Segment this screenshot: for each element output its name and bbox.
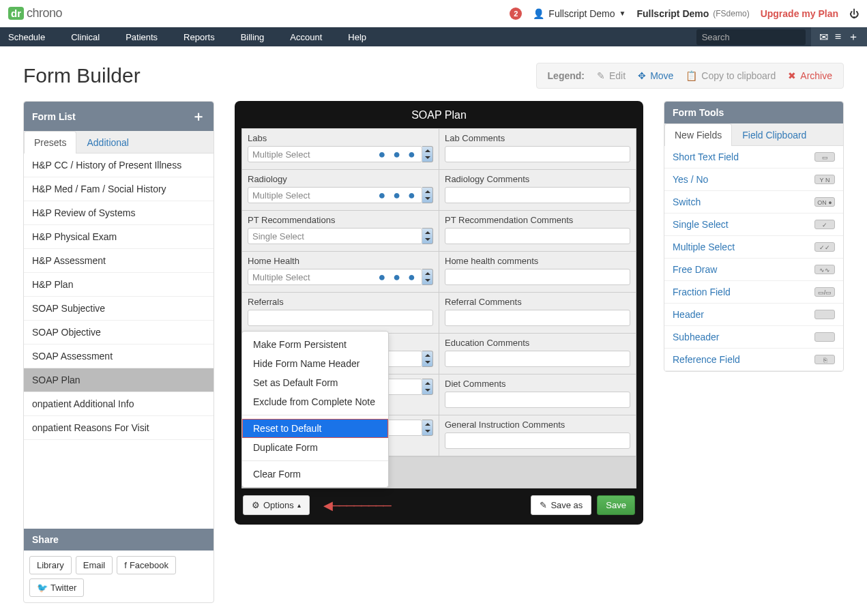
power-icon[interactable]: ⏻ (849, 8, 859, 19)
nav-clinical[interactable]: Clinical (71, 32, 113, 42)
tool-item[interactable]: Subheader (664, 326, 843, 349)
text-input[interactable] (445, 310, 630, 326)
select-input[interactable]: Single Select (248, 228, 422, 244)
add-form-button[interactable]: ＋ (192, 107, 205, 126)
nav-billing[interactable]: Billing (241, 32, 278, 42)
form-list-item[interactable]: onpatient Additional Info (24, 392, 214, 416)
stepper-control[interactable] (422, 351, 433, 367)
stepper-control[interactable] (422, 269, 433, 285)
nav-help[interactable]: Help (348, 32, 380, 42)
save-button[interactable]: Save (597, 495, 635, 515)
form-list-item[interactable]: SOAP Assessment (24, 344, 214, 368)
field-cell[interactable]: PT RecommendationsSingle Select (242, 211, 439, 251)
tab-new-fields[interactable]: New Fields (664, 123, 732, 146)
field-cell[interactable]: Diet Comments (439, 375, 636, 415)
stepper-control[interactable] (422, 228, 433, 244)
stepper-control[interactable] (422, 146, 433, 162)
options-dropdown: Make Form PersistentHide Form Name Heade… (241, 331, 389, 488)
nav-reports[interactable]: Reports (183, 32, 229, 42)
upgrade-link[interactable]: Upgrade my Plan (761, 8, 838, 19)
save-as-button[interactable]: ✎ Save as (531, 495, 591, 515)
plus-icon[interactable]: ＋ (848, 30, 859, 44)
text-input[interactable] (445, 432, 630, 449)
field-label: Home Health (248, 256, 433, 266)
tool-glyph-icon: Y N (814, 175, 835, 184)
field-cell[interactable]: Radiology Comments (439, 170, 636, 210)
brand-logo[interactable]: dr chrono (8, 6, 62, 20)
notification-badge[interactable]: 2 (510, 8, 522, 20)
tab-field-clipboard[interactable]: Field Clipboard (732, 123, 817, 146)
tool-item[interactable]: Multiple Select✓✓ (664, 236, 843, 259)
field-cell[interactable]: Referrals (242, 293, 439, 333)
form-list-item[interactable]: SOAP Objective (24, 321, 214, 344)
text-input[interactable] (445, 146, 630, 162)
tool-label: Free Draw (673, 264, 717, 275)
text-input[interactable] (445, 187, 630, 203)
field-cell[interactable]: PT Recommendation Comments (439, 211, 636, 251)
tool-item[interactable]: Header (664, 304, 843, 326)
form-list-item[interactable]: H&P CC / History of Present Illness (24, 153, 214, 177)
share-email-button[interactable]: Email (76, 556, 113, 574)
text-input[interactable] (445, 228, 630, 244)
field-cell[interactable]: Home HealthMultiple Select● ● ● (242, 252, 439, 292)
options-menu-item[interactable]: Set as Default Form (242, 373, 388, 392)
tool-item[interactable]: Free Draw∿∿ (664, 259, 843, 281)
form-list-item[interactable]: H&P Med / Fam / Social History (24, 177, 214, 201)
nav-schedule[interactable]: Schedule (8, 32, 59, 42)
options-menu-item[interactable]: Hide Form Name Header (242, 354, 388, 373)
share-facebook-button[interactable]: fFacebook (117, 556, 176, 574)
tool-item[interactable]: Short Text Field▭ (664, 146, 843, 168)
options-menu-item[interactable]: Clear Form (242, 465, 388, 484)
tool-item[interactable]: Fraction Field▭/▭ (664, 281, 843, 304)
form-list-item[interactable]: SOAP Subjective (24, 297, 214, 321)
options-menu-item[interactable]: Exclude from Complete Note (242, 392, 388, 411)
field-cell[interactable]: General Instruction Comments (439, 415, 636, 456)
field-cell[interactable]: Home health comments (439, 252, 636, 292)
field-cell[interactable]: Referral Comments (439, 293, 636, 333)
tool-item[interactable]: Yes / NoY N (664, 168, 843, 191)
options-menu-item[interactable]: Duplicate Form (242, 438, 388, 457)
tab-presets[interactable]: Presets (24, 131, 76, 153)
text-input[interactable] (445, 392, 630, 408)
select-input[interactable]: Multiple Select● ● ● (248, 269, 422, 285)
select-input[interactable]: Multiple Select● ● ● (248, 146, 422, 162)
nav-patients[interactable]: Patients (126, 32, 171, 42)
user-menu-2[interactable]: Fullscript Demo (FSdemo) (636, 8, 749, 19)
stepper-control[interactable] (422, 379, 433, 395)
nav-account[interactable]: Account (290, 32, 336, 42)
form-list-item[interactable]: SOAP Plan (24, 368, 214, 392)
options-menu-item[interactable]: Reset to Default (242, 419, 388, 438)
field-cell[interactable]: Education Comments (439, 334, 636, 374)
field-cell[interactable]: Lab Comments (439, 129, 636, 169)
share-library-button[interactable]: Library (29, 556, 72, 574)
tool-item[interactable]: Reference Field⎘ (664, 349, 843, 371)
field-label: PT Recommendations (248, 215, 433, 225)
field-label: Diet Comments (445, 379, 630, 389)
share-twitter-button[interactable]: 🐦Twitter (29, 578, 84, 597)
tool-item[interactable]: Single Select✓ (664, 214, 843, 236)
tab-additional[interactable]: Additional (76, 131, 139, 153)
form-list-item[interactable]: H&P Review of Systems (24, 201, 214, 225)
options-menu-item[interactable]: Make Form Persistent (242, 335, 388, 354)
search-input[interactable] (696, 29, 806, 45)
stepper-control[interactable] (422, 420, 433, 436)
field-cell[interactable]: LabsMultiple Select● ● ● (242, 129, 439, 169)
text-input[interactable] (445, 351, 630, 367)
user-menu-1[interactable]: 👤 Fullscript Demo ▼ (533, 8, 626, 19)
select-input[interactable]: Multiple Select● ● ● (248, 187, 422, 203)
form-list-item[interactable]: onpatient Reasons For Visit (24, 416, 214, 440)
options-button[interactable]: ⚙ Options ▴ (243, 495, 310, 515)
mail-icon[interactable]: ✉ (819, 31, 828, 44)
tool-item[interactable]: SwitchON ● (664, 191, 843, 214)
form-list-item[interactable]: H&P Assessment (24, 249, 214, 273)
form-list-item[interactable]: H&P Physical Exam (24, 225, 214, 249)
menu-icon[interactable]: ≡ (835, 31, 841, 43)
field-label: Labs (248, 133, 433, 143)
dots-icon: ● ● ● (378, 147, 417, 162)
stepper-control[interactable] (422, 187, 433, 203)
text-input[interactable] (248, 310, 433, 326)
text-input[interactable] (445, 269, 630, 285)
dots-icon: ● ● ● (378, 188, 417, 203)
form-list-item[interactable]: H&P Plan (24, 273, 214, 297)
field-cell[interactable]: RadiologyMultiple Select● ● ● (242, 170, 439, 210)
